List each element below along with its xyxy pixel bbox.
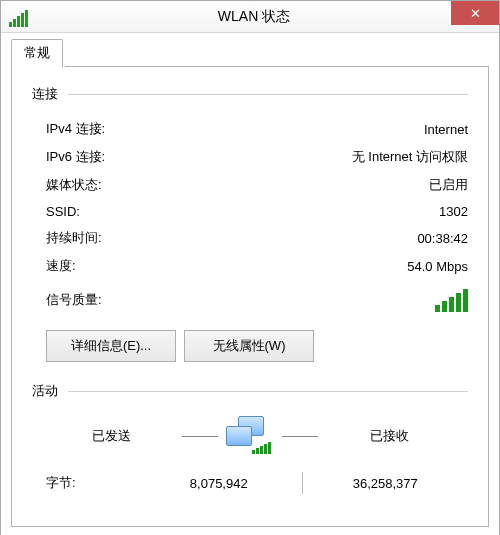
speed-label: 速度: [46,257,76,275]
duration-label: 持续时间: [46,229,102,247]
activity-visual: 已发送 已接收 [32,412,468,466]
mini-signal-icon [252,440,271,454]
tab-general[interactable]: 常规 [11,39,63,67]
sent-label: 已发送 [46,427,176,445]
ipv4-value: Internet [424,122,468,137]
media-value: 已启用 [429,176,468,194]
ipv4-label: IPv4 连接: [46,120,105,138]
activity-group: 活动 已发送 已接收 [32,382,468,500]
row-ipv4: IPv4 连接: Internet [46,115,468,143]
row-ssid: SSID: 1302 [46,199,468,224]
row-signal: 信号质量: [46,280,468,322]
bytes-sent-value: 8,075,942 [136,476,302,491]
ssid-label: SSID: [46,204,80,219]
divider [68,94,468,95]
bytes-row: 字节: 8,075,942 36,258,377 [32,466,468,500]
received-label: 已接收 [324,427,454,445]
client-area: 常规 连接 IPv4 连接: Internet IPv6 连接: 无 Inter… [1,33,499,535]
network-computers-icon [224,416,276,456]
bytes-label: 字节: [46,474,136,492]
details-button[interactable]: 详细信息(E)... [46,330,176,362]
signal-strength-icon [435,288,468,312]
row-media: 媒体状态: 已启用 [46,171,468,199]
duration-value: 00:38:42 [417,231,468,246]
tab-panel-general: 连接 IPv4 连接: Internet IPv6 连接: 无 Internet… [11,67,489,527]
details-button-label: 详细信息(E)... [71,338,151,353]
bytes-received-value: 36,258,377 [303,476,469,491]
row-ipv6: IPv6 连接: 无 Internet 访问权限 [46,143,468,171]
dash-left [182,436,218,437]
titlebar[interactable]: WLAN 状态 ✕ [1,1,499,33]
row-speed: 速度: 54.0 Mbps [46,252,468,280]
close-button[interactable]: ✕ [451,1,499,25]
close-icon: ✕ [470,6,481,21]
connection-group: 连接 IPv4 连接: Internet IPv6 连接: 无 Internet… [32,85,468,368]
ipv6-value: 无 Internet 访问权限 [352,148,468,166]
connection-header: 连接 [32,85,58,103]
speed-value: 54.0 Mbps [407,259,468,274]
row-duration: 持续时间: 00:38:42 [46,224,468,252]
window-title: WLAN 状态 [29,8,499,26]
media-label: 媒体状态: [46,176,102,194]
wireless-properties-button[interactable]: 无线属性(W) [184,330,314,362]
tabstrip: 常规 [11,41,489,67]
signal-label: 信号质量: [46,291,102,309]
wireless-properties-label: 无线属性(W) [213,338,286,353]
divider [68,391,468,392]
wifi-icon [9,7,29,27]
ssid-value: 1302 [439,204,468,219]
activity-header: 活动 [32,382,58,400]
dash-right [282,436,318,437]
ipv6-label: IPv6 连接: [46,148,105,166]
window: WLAN 状态 ✕ 常规 连接 IPv4 连接: Internet [0,0,500,535]
